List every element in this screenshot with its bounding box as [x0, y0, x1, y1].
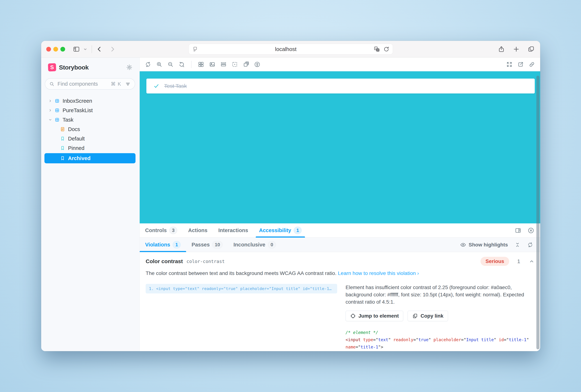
- reader-icon[interactable]: [192, 46, 198, 52]
- brand-row: S Storybook: [48, 63, 133, 71]
- fullscreen-icon[interactable]: [506, 61, 513, 68]
- violation-detail: Element has insufficient color contrast …: [346, 284, 535, 306]
- reload-icon[interactable]: [383, 46, 389, 52]
- sidebar-item-docs[interactable]: Docs: [41, 124, 139, 134]
- task-row[interactable]: Test Task: [146, 78, 535, 94]
- accessibility-icon[interactable]: [254, 61, 260, 68]
- canvas-toolbar: [140, 58, 540, 71]
- sidebar-toggle-icon[interactable]: [73, 46, 80, 53]
- link-icon[interactable]: [529, 61, 535, 68]
- background-icon[interactable]: [209, 61, 215, 68]
- copy-icon: [412, 313, 418, 319]
- story-layers-icon[interactable]: [243, 61, 249, 68]
- sidebar-item-puretasklist[interactable]: PureTaskList: [41, 106, 139, 115]
- search-placeholder: Find components: [57, 81, 111, 87]
- sidebar-item-inboxscreen[interactable]: InboxScreen: [41, 96, 139, 106]
- new-tab-icon[interactable]: [513, 46, 520, 53]
- gear-icon[interactable]: [126, 64, 133, 70]
- sidebar-item-default[interactable]: Default: [41, 134, 139, 143]
- minimize-window-button[interactable]: [53, 47, 58, 52]
- zoom-in-icon[interactable]: [156, 61, 162, 68]
- component-icon: [54, 108, 60, 113]
- bookmark-icon: [60, 156, 65, 161]
- violation-title: Color contrast: [146, 258, 183, 264]
- sidebar-item-pinned[interactable]: Pinned: [41, 143, 139, 153]
- chevron-down-icon[interactable]: [48, 118, 52, 122]
- subtab-badge: 1: [173, 241, 181, 248]
- sidebar-item-archived[interactable]: Archived: [44, 153, 135, 163]
- subtab-violations[interactable]: Violations 1: [140, 238, 186, 252]
- rerun-tests-icon[interactable]: [527, 242, 533, 248]
- ruler-icon[interactable]: [220, 61, 227, 68]
- copy-link-button[interactable]: Copy link: [408, 311, 448, 321]
- bookmark-icon: [60, 136, 65, 141]
- zoom-out-icon[interactable]: [167, 61, 174, 68]
- subtab-label: Inconclusive: [233, 242, 265, 248]
- storybook-sidebar: S Storybook Find components ⌘ K: [41, 58, 140, 351]
- search-input[interactable]: Find components ⌘ K: [45, 78, 135, 90]
- collapse-icon[interactable]: [515, 242, 521, 248]
- chevron-down-icon[interactable]: [83, 47, 88, 52]
- tab-interactions[interactable]: Interactions: [215, 224, 251, 238]
- tab-actions[interactable]: Actions: [185, 224, 211, 238]
- sidebar-item-label: Archived: [68, 155, 90, 161]
- panel-position-icon[interactable]: [515, 227, 521, 234]
- window-controls: [46, 47, 65, 52]
- eye-icon: [460, 242, 466, 248]
- zoom-window-button[interactable]: [60, 47, 65, 52]
- tab-overview-icon[interactable]: [528, 46, 535, 53]
- browser-window: localhost A S Storybook: [41, 41, 540, 351]
- grid-icon[interactable]: [198, 61, 204, 68]
- component-tree: InboxScreen PureTaskList Task Docs: [41, 96, 139, 163]
- back-button-icon[interactable]: [96, 46, 103, 53]
- storybook-logo-icon[interactable]: S: [48, 63, 56, 72]
- checkmark-icon[interactable]: [153, 83, 159, 89]
- chevron-right-icon[interactable]: [48, 108, 52, 112]
- open-external-icon[interactable]: [517, 61, 524, 68]
- outline-icon[interactable]: [231, 61, 238, 68]
- divider: [191, 61, 192, 68]
- sidebar-item-label: Docs: [68, 126, 80, 132]
- forward-button-icon[interactable]: [109, 46, 116, 53]
- docs-icon: [60, 127, 65, 132]
- violating-element-item[interactable]: 1. <input type="text" readonly="true" pl…: [146, 284, 337, 294]
- crosshair-icon: [350, 313, 356, 319]
- url-text[interactable]: localhost: [198, 46, 374, 52]
- tab-badge: 1: [294, 227, 302, 234]
- tab-label: Interactions: [218, 228, 248, 234]
- button-label: Copy link: [421, 313, 443, 319]
- chevron-up-icon[interactable]: [529, 258, 535, 264]
- resolve-violation-link[interactable]: Learn how to resolve this violation ›: [338, 270, 419, 276]
- divider: [92, 45, 92, 53]
- tab-accessibility[interactable]: Accessibility 1: [256, 224, 305, 238]
- addons-panel: Controls 3 Actions Interactions Accessib…: [140, 224, 540, 351]
- sidebar-item-task[interactable]: Task: [41, 115, 139, 124]
- canvas-area: Test Task Controls 3 Actions Interaction…: [140, 58, 540, 351]
- subtab-passes[interactable]: Passes 10: [186, 238, 228, 252]
- scrollbar[interactable]: [536, 76, 540, 349]
- tab-label: Accessibility: [259, 228, 291, 234]
- tab-label: Controls: [145, 228, 167, 234]
- sidebar-item-label: Pinned: [68, 145, 84, 151]
- violation-description: The color contrast between text and its …: [146, 270, 337, 276]
- sidebar-item-label: Task: [62, 117, 73, 123]
- component-icon: [54, 98, 60, 104]
- filter-icon[interactable]: [125, 81, 131, 87]
- translate-icon[interactable]: A: [374, 46, 380, 52]
- show-highlights-toggle[interactable]: Show highlights: [460, 242, 508, 248]
- address-bar[interactable]: localhost A: [189, 44, 393, 54]
- chevron-right-icon[interactable]: [48, 99, 52, 103]
- violation-code-block: /* element */<input type="text" readonly…: [346, 329, 531, 351]
- zoom-reset-icon[interactable]: [178, 61, 185, 68]
- violation-rule-id: color-contrast: [186, 259, 225, 264]
- show-highlights-label: Show highlights: [469, 242, 508, 248]
- remount-icon[interactable]: [145, 61, 151, 68]
- close-window-button[interactable]: [46, 47, 51, 52]
- subtab-inconclusive[interactable]: Inconclusive 0: [228, 238, 281, 252]
- jump-to-element-button[interactable]: Jump to element: [346, 311, 403, 321]
- close-panel-icon[interactable]: [528, 227, 534, 234]
- share-icon[interactable]: [498, 46, 505, 53]
- search-shortcut: ⌘ K: [111, 81, 121, 87]
- sidebar-item-label: InboxScreen: [62, 98, 92, 104]
- tab-controls[interactable]: Controls 3: [142, 224, 180, 238]
